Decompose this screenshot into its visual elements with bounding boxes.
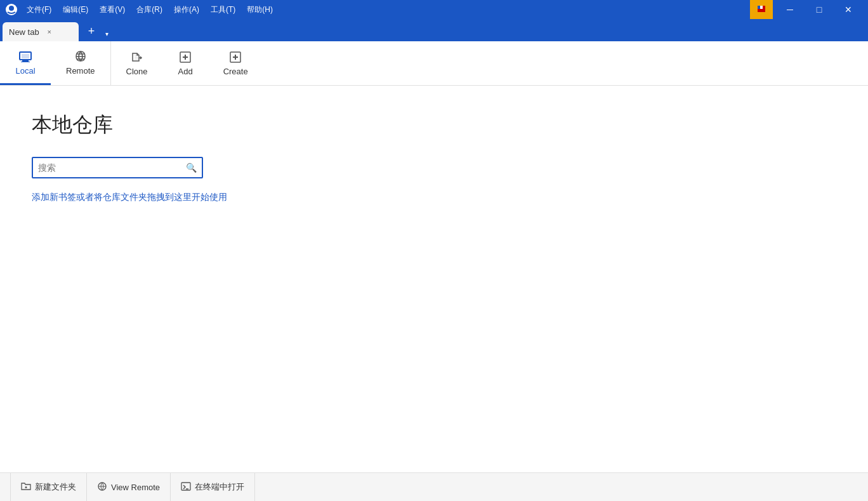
- hint-link[interactable]: 添加新书签或者将仓库文件夹拖拽到这里开始使用: [32, 192, 227, 202]
- flag-icon[interactable]: [750, 0, 773, 19]
- add-button[interactable]: Add: [163, 41, 208, 85]
- svg-rect-8: [22, 60, 29, 62]
- toolbar: Local Remote: [0, 41, 868, 86]
- terminal-icon: [181, 481, 191, 493]
- create-button[interactable]: Create: [208, 41, 263, 85]
- clone-label: Clone: [126, 67, 148, 76]
- local-tab[interactable]: Local: [0, 41, 51, 85]
- svg-rect-4: [760, 6, 763, 9]
- view-remote-label: View Remote: [111, 483, 160, 492]
- close-button[interactable]: ✕: [834, 0, 863, 19]
- remote-label: Remote: [66, 66, 95, 76]
- remote-icon: [74, 50, 88, 63]
- titlebar: 文件(F) 编辑(E) 查看(V) 合库(R) 操作(A) 工具(T) 帮助(H…: [0, 0, 868, 19]
- svg-rect-6: [758, 9, 765, 12]
- local-label: Local: [15, 66, 35, 76]
- svg-rect-3: [758, 6, 760, 9]
- svg-rect-5: [763, 6, 765, 9]
- page-title: 本地仓库: [32, 111, 836, 139]
- tabbar: New tab × + ▾: [0, 19, 868, 41]
- create-icon: [228, 50, 242, 64]
- new-tab-button[interactable]: +: [82, 22, 100, 40]
- local-icon: [18, 50, 32, 63]
- add-label: Add: [178, 67, 193, 76]
- new-folder-button[interactable]: 新建文件夹: [10, 473, 87, 502]
- toolbar-actions: Clone Add: [111, 41, 263, 85]
- statusbar: 新建文件夹 View Remote: [0, 472, 868, 501]
- view-remote-button[interactable]: View Remote: [87, 473, 171, 502]
- add-icon: [178, 50, 192, 64]
- menu-tools[interactable]: 工具(T): [206, 3, 240, 17]
- new-folder-label: 新建文件夹: [35, 481, 76, 493]
- clone-button[interactable]: Clone: [111, 41, 163, 85]
- terminal-button[interactable]: 在终端中打开: [171, 473, 255, 502]
- app-logo-icon: [5, 3, 18, 16]
- menu-file[interactable]: 文件(F): [22, 3, 56, 17]
- menu-help[interactable]: 帮助(H): [242, 3, 278, 17]
- terminal-label: 在终端中打开: [195, 481, 244, 493]
- create-label: Create: [223, 67, 248, 76]
- app-wrapper: 文件(F) 编辑(E) 查看(V) 合库(R) 操作(A) 工具(T) 帮助(H…: [0, 0, 868, 501]
- minimize-button[interactable]: ─: [775, 0, 805, 19]
- menu-repo[interactable]: 合库(R): [131, 3, 168, 17]
- tab-label: New tab: [9, 27, 39, 37]
- new-folder-icon: [21, 481, 31, 493]
- window-controls: ─ □ ✕: [775, 0, 863, 19]
- maximize-button[interactable]: □: [805, 0, 834, 19]
- menu-view[interactable]: 查看(V): [95, 3, 130, 17]
- svg-rect-10: [22, 54, 29, 58]
- view-remote-icon: [97, 481, 107, 493]
- svg-point-1: [9, 6, 14, 11]
- remote-tab[interactable]: Remote: [51, 41, 110, 85]
- search-input[interactable]: [38, 163, 186, 173]
- search-box[interactable]: 🔍: [32, 157, 203, 178]
- menu-edit[interactable]: 编辑(E): [58, 3, 93, 17]
- tab-close-button[interactable]: ×: [44, 27, 55, 37]
- toolbar-nav: Local Remote: [0, 41, 111, 85]
- tab-dropdown-button[interactable]: ▾: [100, 27, 113, 40]
- main-content: 本地仓库 🔍 添加新书签或者将仓库文件夹拖拽到这里开始使用: [0, 86, 868, 472]
- menu-actions[interactable]: 操作(A): [169, 3, 204, 17]
- content-area: 本地仓库 🔍 添加新书签或者将仓库文件夹拖拽到这里开始使用 新建文件夹: [0, 86, 868, 501]
- svg-rect-9: [21, 62, 30, 62]
- menu-bar: 文件(F) 编辑(E) 查看(V) 合库(R) 操作(A) 工具(T) 帮助(H…: [22, 3, 278, 17]
- tab-new-tab[interactable]: New tab ×: [3, 22, 79, 41]
- search-icon: 🔍: [186, 163, 197, 173]
- clone-icon: [130, 50, 144, 64]
